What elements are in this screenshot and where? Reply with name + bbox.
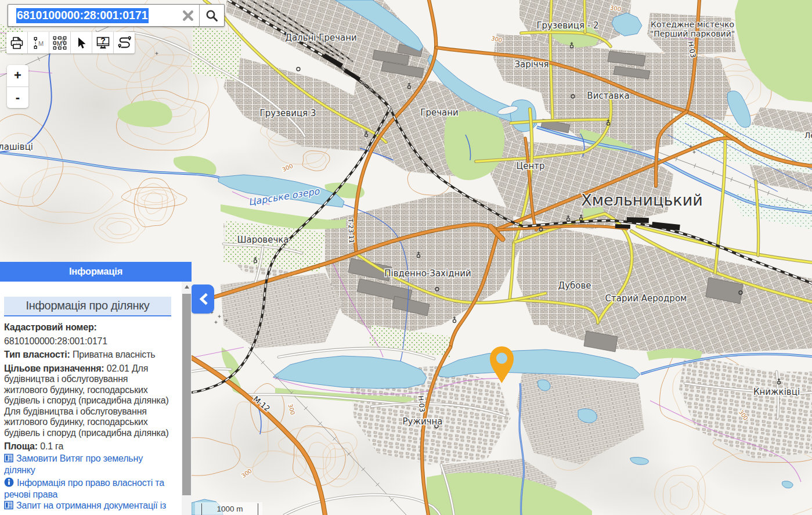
route-icon — [117, 35, 132, 51]
svg-text:Книжківці: Книжківці — [753, 387, 800, 397]
svg-text:Дальні Гречани: Дальні Гречани — [285, 33, 357, 43]
scale-bar: 1000 m — [195, 502, 262, 515]
designated-purpose-field: Цільове призначення: 02.01 Для будівницт… — [4, 363, 171, 439]
svg-text:Дубове: Дубове — [558, 280, 591, 291]
map-toolbar: M М 2 ? — [6, 32, 135, 53]
svg-text:Південно-Західний: Південно-Західний — [384, 268, 471, 279]
ownership-type-field: Тип власності: Приватна власність — [4, 350, 171, 361]
ownership-info-link[interactable]: Інформація про право власності та речові… — [4, 477, 171, 500]
search-input-selected-text: 6810100000:28:001:0171 — [16, 8, 149, 23]
svg-text:Малашівці: Малашівці — [0, 142, 33, 152]
field-value: 6810100000:28:001:0171 — [4, 336, 107, 346]
document-icon — [4, 453, 13, 466]
field-label: Тип власності: — [4, 350, 70, 359]
panel-scrollbar[interactable] — [182, 282, 192, 515]
info-icon — [4, 477, 14, 490]
order-extract-link[interactable]: Замовити Витяг про земельну ділянку — [4, 453, 171, 476]
clear-search-button[interactable] — [177, 5, 199, 26]
identify-button[interactable]: ? — [92, 32, 114, 53]
svg-text:Котеджне містечко: Котеджне містечко — [651, 20, 734, 29]
scrollbar-thumb[interactable] — [182, 294, 191, 495]
svg-text:Лез: Лез — [804, 131, 812, 140]
print-button[interactable] — [6, 32, 28, 53]
identify-question-label: ? — [100, 36, 106, 45]
link-text: Запит на отримання документації із земле… — [4, 500, 166, 515]
info-panel-body: Інформація про ділянку Кадастровий номер… — [0, 282, 182, 515]
svg-text:Ружична: Ружична — [402, 416, 442, 427]
collapse-panel-button[interactable] — [192, 284, 214, 314]
link-text: Інформація про право власності та речові… — [4, 478, 164, 500]
parcel-info-subtitle: Інформація про ділянку — [4, 297, 171, 316]
zoom-control: + - — [7, 65, 28, 108]
chevron-left-icon — [198, 293, 208, 305]
measure-area-icon: М 2 — [52, 35, 68, 51]
measure-area-sup: 2 — [62, 38, 64, 42]
measure-length-button[interactable]: M — [28, 32, 49, 53]
svg-text:Шаровечка: Шаровечка — [237, 235, 288, 245]
info-panel-title: Інформація — [0, 262, 192, 282]
svg-text:Центр: Центр — [517, 161, 545, 171]
measure-area-button[interactable]: М 2 — [49, 32, 71, 53]
zoom-in-button[interactable]: + — [7, 65, 28, 87]
zoom-out-button[interactable]: - — [7, 87, 28, 109]
panel-links: Замовити Витяг про земельну ділянку Інфо… — [4, 453, 182, 515]
measure-length-icon: M — [31, 35, 46, 51]
cadastral-number-label: Кадастровий номер: — [4, 322, 171, 333]
svg-text:Грузевиця - 2: Грузевиця - 2 — [536, 20, 598, 31]
field-label: Кадастровий номер: — [4, 322, 97, 332]
plus-icon: + — [14, 68, 21, 83]
info-panel: Інформація Інформація про ділянку Кадаст… — [0, 262, 192, 515]
svg-text:"Перший парковий": "Перший парковий" — [650, 29, 735, 38]
route-button[interactable] — [114, 32, 135, 53]
field-value: 0.1 га — [40, 441, 63, 451]
field-value: 02.01 Для будівництва і обслуговування ж… — [4, 363, 169, 438]
area-field: Площа: 0.1 га — [4, 441, 171, 452]
scale-bar-label: 1000 m — [201, 503, 258, 515]
cursor-icon — [74, 36, 88, 50]
search-input[interactable]: 6810100000:28:001:0171 — [8, 5, 177, 26]
field-label: Цільове призначення: — [4, 363, 104, 373]
field-value: Приватна власність — [73, 350, 156, 359]
cadastral-number-value: 6810100000:28:001:0171 — [4, 336, 171, 347]
search-button[interactable] — [200, 5, 224, 26]
svg-text:Т-23-11: Т-23-11 — [347, 218, 355, 243]
svg-text:Заріччя: Заріччя — [514, 59, 548, 70]
svg-text:Н-03: Н-03 — [417, 395, 427, 413]
documentation-request-link[interactable]: Запит на отримання документації із земле… — [4, 500, 171, 515]
identify-icon: ? — [95, 35, 111, 51]
search-bar: 6810100000:28:001:0171 — [8, 4, 225, 27]
minus-icon: - — [16, 90, 20, 105]
measure-length-label: M — [38, 39, 44, 46]
svg-text:Виставка: Виставка — [587, 91, 629, 101]
scrollbar-up-arrow[interactable] — [182, 282, 192, 291]
search-icon — [205, 9, 219, 23]
svg-text:Гречани: Гречани — [420, 107, 459, 118]
select-cursor-button[interactable] — [71, 32, 92, 53]
document-icon — [4, 500, 13, 513]
close-icon — [182, 9, 194, 22]
svg-text:Старий Аеродром: Старий Аеродром — [605, 293, 687, 304]
link-text: Замовити Витяг про земельну ділянку — [4, 453, 143, 476]
field-label: Площа: — [4, 441, 38, 451]
printer-icon — [9, 35, 24, 51]
svg-text:Грузевиця 3: Грузевиця 3 — [260, 108, 316, 118]
svg-text:Хмельницький: Хмельницький — [581, 191, 703, 209]
